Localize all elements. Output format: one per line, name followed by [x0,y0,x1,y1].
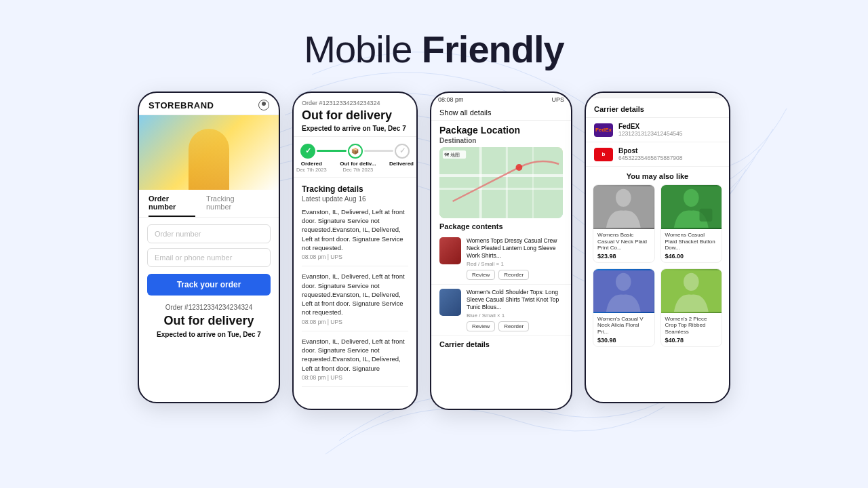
tracking-event-3: Evanston, IL, Delivered, Left at front d… [302,337,408,387]
hero-title-bold: Friendly [422,28,564,70]
track-order-button[interactable]: Track your order [147,274,271,296]
svg-point-12 [683,189,698,207]
bpost-info: Bpost 64532235465675887908 [618,147,683,161]
svg-point-17 [683,272,698,290]
tab-tracking-number[interactable]: Tracking number [206,190,258,217]
carrier-item-fedex: FedEx FedEX 12312313123412454545 [586,118,729,142]
product-1-image [593,185,654,229]
tracking-event-2: Evanston, IL, Delivered, Left at front d… [302,272,408,331]
phone2-top: Order #12312334234234324 Out for deliver… [294,93,416,137]
phone2-tracking-details: Tracking details Latest update Aug 16 Ev… [294,177,416,387]
hero-title: Mobile Friendly [304,27,564,71]
reorder-button-1[interactable]: Reorder [498,270,529,280]
svg-rect-5 [532,147,534,218]
carrier-item-bpost: b Bpost 64532235465675887908 [586,142,729,167]
map-view: 🗺 地图 [439,147,563,218]
phone-1: STOREBRAND Order number Tracking number … [138,92,280,403]
phone3-statusbar: 08:08 pm UPS [431,93,571,105]
carrier-details-label: Carrier details [431,336,571,351]
phone1-tabs: Order number Tracking number [139,190,279,218]
item-1-image [439,237,461,264]
product-4-image [661,269,722,313]
phone2-step-labels: Ordered Dec 7th 2023 Out for deliv... De… [294,159,416,173]
product-3[interactable]: Women's Casual V Neck Alicia Floral Pri.… [593,268,655,347]
bpost-logo: b [594,148,613,161]
package-contents-title: Package contents [431,218,571,233]
you-may-also-like-title: You may also like [586,167,729,184]
phone4-carrier-title: Carrier details [586,98,729,118]
svg-text:🗺 地图: 🗺 地图 [444,152,460,157]
hero-title-light: Mobile [304,28,422,70]
reorder-button-2[interactable]: Reorder [498,321,529,331]
package-location-title: Package Location [431,121,571,137]
svg-rect-3 [479,147,482,218]
line-2 [364,150,394,152]
show-all-details[interactable]: Show all details [431,105,571,121]
tab-order-number[interactable]: Order number [149,190,195,217]
phone1-order-info: Order #12312334234234324 Out for deliver… [139,296,279,341]
order-number-input[interactable]: Order number [147,224,271,243]
phone-2: Order #12312334234234324 Out for deliver… [292,92,418,410]
step-delivered: ✓ [395,144,410,159]
product-1[interactable]: Womens Basic Casual V Neck Plaid Print C… [593,184,655,263]
phone-3: 08:08 pm UPS Show all details Package Lo… [430,92,572,410]
phone-4: Carrier details FedEx FedEX 123123131234… [585,92,730,403]
tracking-event-1: Evanston, IL, Delivered, Left at front d… [302,207,408,266]
product-1-info: Womens Basic Casual V Neck Plaid Print C… [593,229,654,262]
email-phone-input[interactable]: Email or phone number [147,248,271,267]
item-2-info: Women's Cold Shoulder Tops: Long Sleeve … [467,289,563,331]
item-2-buttons: Review Reorder [467,321,563,331]
product-3-info: Women's Casual V Neck Alicia Floral Pri.… [593,313,654,346]
tracking-details-title: Tracking details [302,184,408,194]
product-2-image [661,185,722,229]
hero-figure [189,129,229,190]
package-item-1: Womens Tops Dressy Casual Crew Neck Plea… [431,233,571,285]
item-2-image [439,289,461,316]
phone1-expected-date: Expected to arrive on Tue, Dec 7 [147,331,271,338]
tracking-latest-update: Latest update Aug 16 [302,195,408,203]
line-1 [317,150,347,152]
item-1-buttons: Review Reorder [467,270,563,280]
step-out-for-delivery: 📦 [348,144,363,159]
fedex-info: FedEX 12312313123412454545 [618,123,683,137]
product-2[interactable]: Womens Casual Plaid Shacket Button Dow..… [660,184,723,263]
review-button-2[interactable]: Review [467,321,495,331]
phones-row: STOREBRAND Order number Tracking number … [138,92,730,410]
product-2-info: Womens Casual Plaid Shacket Button Dow..… [661,229,722,262]
phone2-expected-date: Expected to arrive on Tue, Dec 7 [302,125,408,132]
phone2-order-number: Order #12312334234234324 [302,100,408,106]
review-button-1[interactable]: Review [467,270,495,280]
fedex-logo: FedEx [594,123,613,137]
phone2-progress-bar: ✓ 📦 ✓ [294,137,416,159]
phone1-brand: STOREBRAND [149,100,214,110]
svg-rect-4 [506,147,508,218]
user-icon [258,100,269,110]
phone1-order-number: Order #12312334234234324 [147,304,271,311]
phone1-delivery-status: Out for delivery [147,314,271,329]
phone1-inputs: Order number Email or phone number [139,218,279,274]
step-label-delivered: Delivered [389,161,414,173]
phone2-delivery-status: Out for delivery [302,109,408,123]
item-1-info: Womens Tops Dressy Casual Crew Neck Plea… [467,237,563,280]
product-3-image [593,269,654,313]
svg-point-10 [616,189,631,207]
svg-rect-13 [699,209,712,222]
step-ordered: ✓ [300,144,315,159]
phone1-header: STOREBRAND [139,93,279,115]
phone4-topbar [586,93,729,98]
recommended-products: Womens Basic Casual V Neck Plaid Print C… [586,184,729,347]
step-label-ordered: Ordered Dec 7th 2023 [296,161,327,173]
product-4-info: Women's 2 Piece Crop Top Ribbed Seamless… [661,313,722,346]
product-4[interactable]: Women's 2 Piece Crop Top Ribbed Seamless… [660,268,723,347]
destination-label: Destination [431,137,571,147]
phone1-hero-image [139,115,279,190]
svg-point-6 [516,164,523,171]
svg-point-15 [616,272,631,290]
step-label-out: Out for deliv... Dec 7th 2023 [340,161,376,173]
package-item-2: Women's Cold Shoulder Tops: Long Sleeve … [431,285,571,336]
svg-rect-2 [439,188,563,190]
